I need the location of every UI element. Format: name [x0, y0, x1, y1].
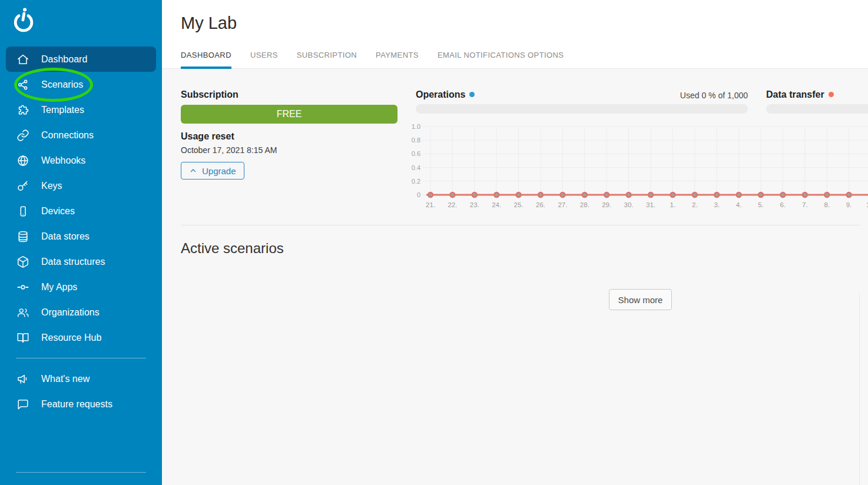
operations-heading: Operations: [416, 89, 465, 99]
subscription-heading: Subscription: [181, 89, 238, 100]
tab-users[interactable]: USERS: [250, 51, 278, 69]
sidebar-item-data-stores[interactable]: Data stores: [0, 224, 162, 249]
sidebar-item-label: What's new: [41, 374, 90, 384]
sidebar-divider: [16, 358, 146, 358]
operations-status-dot: [469, 92, 475, 97]
svg-text:21.: 21.: [426, 201, 435, 208]
sidebar-item-whats-new[interactable]: What's new: [0, 366, 162, 391]
sidebar-item-label: Resource Hub: [41, 333, 101, 343]
sidebar-item-dashboard[interactable]: Dashboard: [6, 46, 156, 72]
svg-text:23.: 23.: [470, 201, 479, 208]
cube-icon: [16, 255, 30, 269]
sidebar-item-label: My Apps: [41, 282, 77, 293]
svg-text:8.: 8.: [824, 201, 830, 208]
page-header: My Lab DASHBOARD USERS SUBSCRIPTION PAYM…: [162, 0, 868, 69]
sidebar-item-label: Feature requests: [41, 399, 112, 410]
sidebar-item-connections[interactable]: Connections: [0, 122, 162, 148]
svg-text:1.: 1.: [670, 201, 676, 208]
data-transfer-header: Data transfer: [766, 89, 834, 100]
svg-text:26.: 26.: [536, 201, 545, 208]
section-divider: [181, 225, 860, 225]
app-window: Dashboard Scenarios Templates Connection…: [0, 0, 868, 485]
sidebar-item-webhooks[interactable]: Webhooks: [0, 148, 162, 173]
integromat-logo-icon[interactable]: [11, 8, 36, 34]
svg-text:0.2: 0.2: [412, 178, 420, 185]
operations-progress-bar: [416, 104, 748, 114]
sidebar-item-label: Scenarios: [41, 79, 83, 90]
svg-text:29.: 29.: [602, 201, 611, 208]
svg-text:9.: 9.: [846, 201, 852, 208]
svg-text:5.: 5.: [758, 201, 764, 208]
dashboard-content: Subscription FREE Usage reset October 17…: [162, 69, 868, 485]
upgrade-button-label: Upgrade: [202, 166, 236, 176]
sidebar-nav: Dashboard Scenarios Templates Connection…: [0, 46, 162, 417]
sidebar: Dashboard Scenarios Templates Connection…: [0, 0, 162, 485]
sidebar-item-devices[interactable]: Devices: [0, 198, 162, 224]
sidebar-item-scenarios[interactable]: Scenarios: [0, 72, 162, 97]
upgrade-button[interactable]: Upgrade: [181, 162, 244, 180]
database-icon: [16, 230, 30, 244]
svg-text:30.: 30.: [624, 201, 634, 208]
plan-badge: FREE: [181, 105, 397, 124]
show-more-button[interactable]: Show more: [609, 289, 672, 310]
sidebar-item-label: Templates: [41, 105, 84, 115]
main-area: My Lab DASHBOARD USERS SUBSCRIPTION PAYM…: [162, 0, 868, 485]
sidebar-item-label: Keys: [41, 181, 62, 191]
sidebar-item-label: Devices: [41, 206, 75, 217]
operations-header: Operations Used 0 % of 1,000: [416, 87, 748, 99]
globe-icon: [16, 154, 30, 168]
chevron-up-icon: [189, 167, 197, 175]
page-title: My Lab: [181, 14, 237, 33]
sidebar-item-label: Data structures: [41, 257, 105, 267]
link-icon: [16, 128, 30, 142]
sidebar-bottom-divider: [16, 472, 146, 473]
sidebar-item-organizations[interactable]: Organizations: [0, 300, 162, 325]
svg-text:25.: 25.: [514, 201, 524, 208]
sidebar-item-my-apps[interactable]: My Apps: [0, 274, 162, 300]
svg-text:31.: 31.: [646, 201, 655, 208]
active-scenarios-heading: Active scenarios: [181, 240, 284, 257]
node-circuit-icon: [16, 280, 30, 294]
home-icon: [16, 52, 30, 67]
svg-text:0.6: 0.6: [412, 150, 420, 157]
sidebar-item-templates[interactable]: Templates: [0, 97, 162, 122]
data-transfer-heading: Data transfer: [766, 89, 824, 99]
svg-text:27.: 27.: [558, 201, 567, 208]
share-nodes-icon: [16, 78, 30, 92]
open-book-icon: [16, 331, 30, 345]
tab-subscription[interactable]: SUBSCRIPTION: [297, 51, 357, 69]
data-transfer-progress-bar: [766, 104, 868, 114]
operations-usage-text: Used 0 % of 1,000: [680, 91, 748, 100]
svg-text:4.: 4.: [736, 201, 742, 208]
usage-reset-heading: Usage reset: [181, 131, 234, 142]
svg-text:7.: 7.: [802, 201, 808, 208]
sidebar-item-feature-requests[interactable]: Feature requests: [0, 391, 162, 417]
usage-line-chart: 00.20.40.60.81.021.22.23.24.25.26.27.28.…: [387, 123, 868, 212]
sidebar-item-data-structures[interactable]: Data structures: [0, 249, 162, 274]
sidebar-item-label: Webhooks: [41, 155, 85, 166]
data-transfer-status-dot: [829, 92, 834, 97]
sidebar-item-keys[interactable]: Keys: [0, 173, 162, 198]
svg-text:22.: 22.: [448, 201, 457, 208]
megaphone-icon: [16, 372, 30, 386]
svg-text:28.: 28.: [580, 201, 589, 208]
people-group-icon: [16, 305, 30, 320]
scroll-area-edge: [859, 293, 860, 485]
sidebar-item-label: Connections: [41, 130, 94, 141]
tab-payments[interactable]: PAYMENTS: [376, 51, 419, 69]
svg-text:0: 0: [417, 191, 420, 198]
svg-text:1.0: 1.0: [412, 123, 420, 130]
mobile-device-icon: [16, 204, 30, 218]
tab-dashboard[interactable]: DASHBOARD: [181, 51, 231, 69]
key-icon: [16, 179, 30, 193]
sidebar-item-label: Data stores: [41, 231, 90, 242]
svg-text:6.: 6.: [780, 201, 786, 208]
tab-email-notifications-options[interactable]: EMAIL NOTIFICATIONS OPTIONS: [438, 51, 564, 69]
sidebar-item-label: Organizations: [41, 307, 100, 318]
svg-text:0.4: 0.4: [412, 164, 420, 171]
svg-text:24.: 24.: [492, 201, 501, 208]
sidebar-item-label: Dashboard: [41, 54, 87, 65]
puzzle-icon: [16, 103, 30, 117]
svg-text:0.8: 0.8: [412, 137, 420, 144]
sidebar-item-resource-hub[interactable]: Resource Hub: [0, 325, 162, 350]
